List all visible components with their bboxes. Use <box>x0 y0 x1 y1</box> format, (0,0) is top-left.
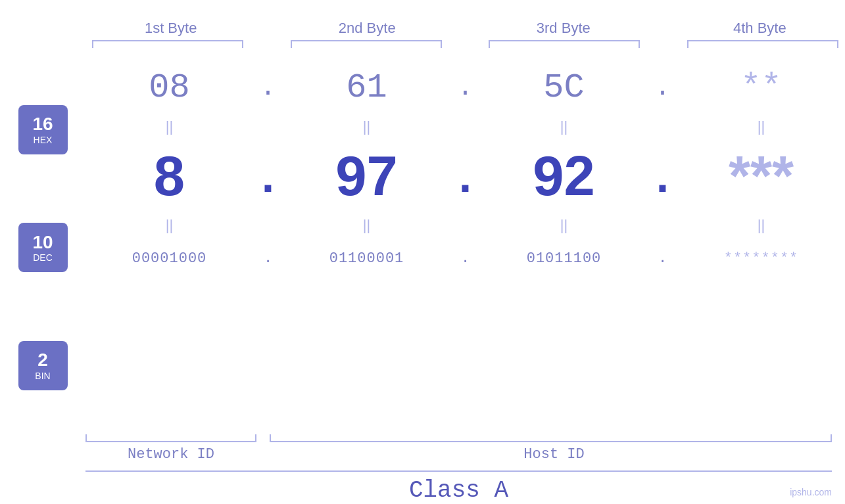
dec-badge: 10 DEC <box>18 223 68 272</box>
hex-value-row: 08 . 61 . 5C . ** <box>85 58 845 117</box>
bin-dot3: . <box>658 250 667 267</box>
class-bracket-line <box>85 470 832 472</box>
dec-base-label: DEC <box>33 252 53 263</box>
hex-base-label: HEX <box>34 135 53 145</box>
dec-base-number: 10 <box>32 233 53 253</box>
main-container: 1st Byte 2nd Byte 3rd Byte 4th Byte 16 H… <box>0 0 845 504</box>
network-id-bracket <box>85 434 256 442</box>
bin-byte1: 00001000 <box>132 250 207 267</box>
hex-byte4: ** <box>740 68 781 107</box>
bin-dot2: . <box>461 250 470 267</box>
dec-byte4: *** <box>729 145 794 207</box>
hex-dot2: . <box>457 73 473 103</box>
network-id-label: Network ID <box>128 446 214 463</box>
byte3-header: 3rd Byte <box>481 20 646 37</box>
dec-byte2: 97 <box>335 145 398 207</box>
equals8: || <box>758 217 765 233</box>
bin-byte2: 01100001 <box>329 250 404 267</box>
byte2-bracket <box>291 40 442 48</box>
equals2: || <box>363 118 370 135</box>
byte3-bracket <box>489 40 640 48</box>
hex-byte2: 61 <box>346 68 387 107</box>
equals1: || <box>166 118 173 135</box>
bin-byte4: ******** <box>724 250 799 267</box>
hex-byte1: 08 <box>149 68 189 107</box>
data-columns: 08 . 61 . 5C . ** <box>85 58 845 431</box>
bin-byte3: 01011100 <box>527 250 602 267</box>
dec-dot2: . <box>459 150 471 202</box>
host-id-bracket <box>270 434 832 442</box>
bin-base-label: BIN <box>35 371 50 381</box>
dec-dot1: . <box>262 150 274 202</box>
dec-value-row: 8 . 97 . 92 . *** <box>85 137 845 216</box>
equals7: || <box>560 217 567 233</box>
bin-base-number: 2 <box>37 350 48 371</box>
dec-byte3: 92 <box>533 145 595 207</box>
bin-value-row: 00001000 . 01100001 . 01011100 . <box>85 235 845 281</box>
equals6: || <box>363 217 370 233</box>
equals4: || <box>758 118 765 135</box>
class-label: Class A <box>409 477 508 504</box>
hex-byte3: 5C <box>543 68 584 107</box>
equals-row1: || || || || <box>85 117 845 137</box>
byte2-header: 2nd Byte <box>285 20 449 37</box>
equals5: || <box>166 217 173 233</box>
bin-badge: 2 BIN <box>18 341 68 390</box>
byte4-bracket <box>687 40 838 48</box>
host-id-label: Host ID <box>523 446 584 463</box>
hex-badge: 16 HEX <box>18 105 68 154</box>
byte4-header: 4th Byte <box>677 20 842 37</box>
bin-dot1: . <box>264 250 272 267</box>
dec-byte1: 8 <box>154 145 185 207</box>
hex-dot1: . <box>260 73 276 103</box>
byte1-header: 1st Byte <box>89 20 253 37</box>
byte1-bracket <box>92 40 243 48</box>
watermark: ipshu.com <box>790 487 832 497</box>
hex-base-number: 16 <box>32 114 53 135</box>
hex-dot3: . <box>654 73 670 103</box>
labels-column: 16 HEX 10 DEC 2 BIN <box>0 58 85 431</box>
equals-row2: || || || || <box>85 216 845 235</box>
dec-dot3: . <box>656 150 669 202</box>
equals3: || <box>560 118 567 135</box>
